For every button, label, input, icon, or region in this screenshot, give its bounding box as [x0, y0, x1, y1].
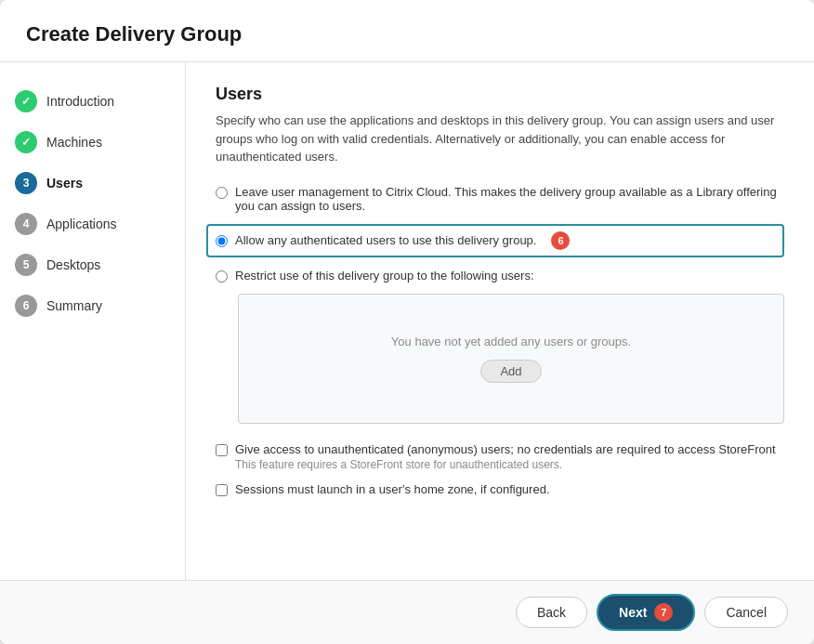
- radio-label-restrict-use: Restrict use of this delivery group to t…: [235, 269, 534, 283]
- sidebar-item-desktops[interactable]: 5 Desktops: [0, 244, 185, 285]
- dialog-title: Create Delivery Group: [26, 22, 788, 46]
- step-icon-machines: ✓: [15, 131, 37, 153]
- back-button[interactable]: Back: [516, 597, 587, 628]
- sidebar-label-machines: Machines: [46, 135, 102, 150]
- section-title: Users: [216, 85, 784, 104]
- create-delivery-group-dialog: Create Delivery Group ✓ Introduction ✓ M…: [0, 0, 814, 644]
- users-box-empty-text: You have not yet added any users or grou…: [391, 335, 631, 348]
- radio-label-allow-authenticated: Allow any authenticated users to use thi…: [235, 233, 536, 247]
- radio-leave-management[interactable]: [216, 187, 228, 199]
- step-icon-desktops: 5: [15, 254, 37, 276]
- sidebar-label-summary: Summary: [46, 298, 102, 313]
- step-icon-summary: 6: [15, 295, 37, 317]
- checkbox-unauthenticated[interactable]: [216, 444, 228, 456]
- sidebar-item-introduction[interactable]: ✓ Introduction: [0, 81, 185, 122]
- step-icon-users: 3: [15, 172, 37, 194]
- next-button[interactable]: Next 7: [597, 594, 695, 631]
- checkbox-home-zone[interactable]: [216, 484, 228, 496]
- sidebar-item-applications[interactable]: 4 Applications: [0, 204, 185, 244]
- checkbox-label-unauthenticated: Give access to unauthenticated (anonymou…: [235, 442, 776, 456]
- checkbox-label-home-zone: Sessions must launch in a user's home zo…: [235, 482, 550, 496]
- section-description: Specify who can use the applications and…: [216, 112, 784, 166]
- sidebar: ✓ Introduction ✓ Machines 3 Users 4 Appl…: [0, 62, 186, 580]
- sidebar-item-summary[interactable]: 6 Summary: [0, 285, 185, 326]
- radio-option-allow-authenticated[interactable]: Allow any authenticated users to use thi…: [206, 224, 784, 257]
- sidebar-label-desktops: Desktops: [46, 257, 100, 272]
- radio-restrict-use[interactable]: [216, 270, 228, 283]
- step-icon-introduction: ✓: [15, 90, 37, 112]
- users-box: You have not yet added any users or grou…: [238, 294, 784, 424]
- sidebar-label-users: Users: [46, 176, 83, 191]
- step-badge-6: 6: [551, 231, 570, 250]
- checkbox-section: Give access to unauthenticated (anonymou…: [216, 442, 784, 496]
- next-badge: 7: [654, 603, 673, 622]
- checkbox-option-home-zone[interactable]: Sessions must launch in a user's home zo…: [216, 482, 784, 496]
- radio-option-restrict-use[interactable]: Restrict use of this delivery group to t…: [216, 269, 784, 283]
- checkbox-sublabel-unauthenticated: This feature requires a StoreFront store…: [235, 458, 776, 471]
- radio-allow-authenticated[interactable]: [216, 235, 228, 247]
- sidebar-label-applications: Applications: [46, 217, 117, 231]
- step-icon-applications: 4: [15, 213, 37, 235]
- dialog-body: ✓ Introduction ✓ Machines 3 Users 4 Appl…: [0, 62, 814, 580]
- checkbox-unauthenticated-content: Give access to unauthenticated (anonymou…: [235, 442, 776, 471]
- sidebar-item-machines[interactable]: ✓ Machines: [0, 122, 185, 163]
- radio-label-leave-management: Leave user management to Citrix Cloud. T…: [235, 185, 784, 213]
- radio-option-leave-management[interactable]: Leave user management to Citrix Cloud. T…: [216, 185, 784, 213]
- sidebar-item-users[interactable]: 3 Users: [0, 163, 185, 204]
- add-users-button[interactable]: Add: [480, 360, 541, 383]
- next-button-label: Next: [619, 605, 647, 620]
- checkbox-option-unauthenticated[interactable]: Give access to unauthenticated (anonymou…: [216, 442, 784, 471]
- sidebar-label-introduction: Introduction: [46, 94, 114, 109]
- dialog-header: Create Delivery Group: [0, 0, 814, 62]
- cancel-button[interactable]: Cancel: [704, 597, 788, 628]
- main-content: Users Specify who can use the applicatio…: [186, 62, 814, 580]
- dialog-footer: Back Next 7 Cancel: [0, 580, 814, 644]
